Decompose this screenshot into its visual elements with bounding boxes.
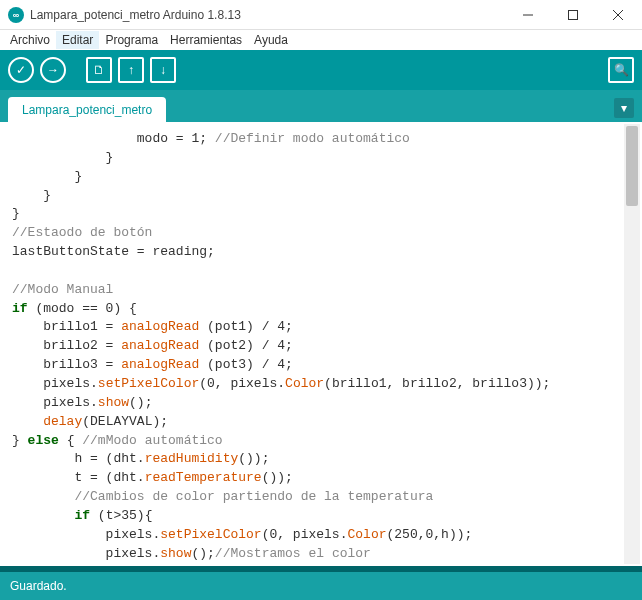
upload-button[interactable]: → <box>40 57 66 83</box>
toolbar: ✓ → 🗋 ↑ ↓ 🔍 <box>0 50 642 90</box>
menu-archivo[interactable]: Archivo <box>4 31 56 49</box>
check-icon: ✓ <box>16 63 26 77</box>
window-title: Lampara_potenci_metro Arduino 1.8.13 <box>30 8 505 22</box>
app-icon: ∞ <box>8 7 24 23</box>
minimize-button[interactable] <box>505 1 550 29</box>
vertical-scrollbar[interactable] <box>624 124 640 564</box>
titlebar: ∞ Lampara_potenci_metro Arduino 1.8.13 <box>0 0 642 30</box>
arrow-up-icon: ↑ <box>128 63 134 77</box>
new-button[interactable]: 🗋 <box>86 57 112 83</box>
scrollbar-thumb[interactable] <box>626 126 638 206</box>
tab-bar: Lampara_potenci_metro ▾ <box>0 90 642 122</box>
menu-programa[interactable]: Programa <box>99 31 164 49</box>
file-icon: 🗋 <box>93 63 105 77</box>
serial-monitor-button[interactable]: 🔍 <box>608 57 634 83</box>
code-content: modo = 1; //Definir modo automático } } … <box>12 130 630 566</box>
code-editor[interactable]: modo = 1; //Definir modo automático } } … <box>0 122 642 566</box>
menu-herramientas[interactable]: Herramientas <box>164 31 248 49</box>
arrow-right-icon: → <box>47 63 59 77</box>
open-button[interactable]: ↑ <box>118 57 144 83</box>
monitor-icon: 🔍 <box>614 63 629 77</box>
menubar: Archivo Editar Programa Herramientas Ayu… <box>0 30 642 50</box>
tab-sketch[interactable]: Lampara_potenci_metro <box>8 97 166 122</box>
save-button[interactable]: ↓ <box>150 57 176 83</box>
status-bar: Guardado. <box>0 572 642 600</box>
svg-rect-1 <box>568 10 577 19</box>
tab-menu-button[interactable]: ▾ <box>614 98 634 118</box>
menu-ayuda[interactable]: Ayuda <box>248 31 294 49</box>
window-controls <box>505 1 640 29</box>
menu-editar[interactable]: Editar <box>56 31 99 49</box>
verify-button[interactable]: ✓ <box>8 57 34 83</box>
maximize-button[interactable] <box>550 1 595 29</box>
status-text: Guardado. <box>10 579 67 593</box>
arrow-down-icon: ↓ <box>160 63 166 77</box>
chevron-down-icon: ▾ <box>621 101 627 115</box>
close-button[interactable] <box>595 1 640 29</box>
